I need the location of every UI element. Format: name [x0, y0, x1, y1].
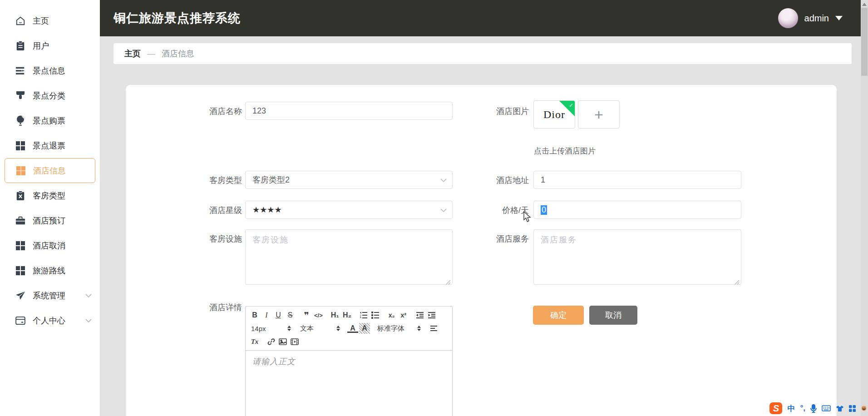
code-block-button[interactable]: </>	[313, 310, 324, 321]
hotel-star-select[interactable]: ★★★★	[245, 201, 453, 219]
room-facilities-label: 客房设施	[165, 233, 242, 244]
indent-button[interactable]	[426, 310, 437, 321]
strikethrough-button[interactable]: S	[285, 310, 296, 321]
ordered-list-button[interactable]	[358, 310, 369, 321]
heading2-button[interactable]: H₂	[341, 310, 353, 321]
main-content: 主页 — 酒店信息 酒店名称 酒店图片 Dior ✓ + 点击上传酒店图片 客房…	[100, 36, 861, 416]
ime-punctuation-toggle[interactable]: °,	[800, 404, 805, 413]
clear-format-button[interactable]: Tx	[249, 336, 260, 347]
font-family-picker[interactable]: 标准字体	[375, 323, 423, 334]
sidebar-item-ticket-refund[interactable]: 景点退票	[0, 133, 100, 158]
clipboard-icon	[15, 41, 25, 51]
sidebar-item-home[interactable]: 主页	[0, 8, 100, 33]
scroll-up-arrow-icon[interactable]	[861, 1, 868, 7]
bold-button[interactable]: B	[249, 310, 260, 321]
username: admin	[804, 13, 829, 24]
text-style-picker[interactable]: 文本	[298, 323, 342, 334]
stepper-arrows-icon	[336, 326, 340, 331]
sidebar-item-attraction-info[interactable]: 景点信息	[0, 58, 100, 83]
hotel-image-thumbnail[interactable]: Dior ✓	[533, 100, 575, 129]
room-type-label: 客房类型	[165, 175, 242, 186]
room-type-select[interactable]: 客房类型2	[245, 171, 453, 189]
sidebar-item-personal-center[interactable]: 个人中心	[0, 308, 100, 333]
avatar[interactable]	[778, 8, 798, 28]
sidebar-item-ticket-purchase[interactable]: 景点购票	[0, 108, 100, 133]
ime-language-toggle[interactable]: 中	[787, 403, 795, 414]
vertical-scrollbar[interactable]	[861, 0, 868, 416]
bullet-list-button[interactable]	[370, 310, 381, 321]
scrollbar-thumb[interactable]	[861, 8, 868, 76]
top-header: 铜仁旅游景点推荐系统 admin	[100, 0, 861, 36]
hotel-name-label: 酒店名称	[165, 106, 242, 117]
text-color-button[interactable]: A	[347, 323, 358, 334]
sidebar-item-label: 景点退票	[33, 140, 65, 151]
stepper-arrows-icon	[287, 326, 291, 331]
price-per-day-input[interactable]: 0	[533, 201, 741, 219]
hotel-service-textarea[interactable]	[533, 229, 741, 285]
link-button[interactable]	[266, 336, 276, 347]
breadcrumb-home-link[interactable]: 主页	[124, 48, 141, 59]
cancel-button[interactable]: 取消	[589, 306, 637, 325]
sidebar-item-attraction-category[interactable]: 景点分类	[0, 83, 100, 108]
hotel-star-label: 酒店星级	[165, 205, 242, 216]
skin-icon[interactable]	[836, 405, 844, 412]
room-type-value: 客房类型2	[252, 174, 290, 185]
sidebar-item-label: 旅游路线	[33, 265, 65, 276]
microphone-icon[interactable]	[810, 404, 817, 413]
sidebar-item-hotel-cancel[interactable]: 酒店取消	[0, 233, 100, 258]
sidebar-item-travel-route[interactable]: 旅游路线	[0, 258, 100, 283]
italic-button[interactable]: I	[261, 310, 272, 321]
keyboard-icon[interactable]	[822, 405, 831, 411]
sidebar-item-label: 酒店取消	[33, 240, 65, 251]
hotel-name-input[interactable]	[245, 102, 453, 120]
superscript-button[interactable]: x²	[398, 310, 409, 321]
sidebar-item-label: 个人中心	[33, 315, 65, 326]
chevron-down-icon	[440, 175, 447, 185]
sidebar-item-hotel-info[interactable]: 酒店信息	[5, 158, 95, 183]
hotel-service-label: 酒店服务	[452, 233, 529, 244]
align-button[interactable]	[428, 323, 439, 334]
sidebar-item-label: 景点信息	[33, 65, 65, 76]
chevron-down-icon	[85, 293, 92, 297]
grid-icon	[15, 241, 25, 251]
editor-content-area[interactable]: 请输入正文	[246, 351, 452, 416]
wallet-icon	[15, 316, 25, 326]
user-menu[interactable]: admin	[778, 8, 843, 28]
hotel-star-value: ★★★★	[252, 205, 282, 215]
confirm-button[interactable]: 确定	[533, 306, 584, 325]
underline-button[interactable]: U	[273, 310, 284, 321]
room-facilities-textarea[interactable]	[245, 229, 453, 285]
heading1-button[interactable]: H₁	[330, 310, 340, 321]
check-icon: ✓	[569, 102, 573, 109]
upload-image-button[interactable]: +	[578, 100, 620, 129]
outdent-button[interactable]	[414, 310, 425, 321]
font-size-picker[interactable]: 14px	[249, 323, 293, 334]
sidebar-item-label: 客房类型	[33, 190, 65, 201]
hotel-address-input[interactable]	[533, 171, 741, 189]
home-icon	[15, 16, 25, 26]
ime-more-icon[interactable]	[861, 404, 867, 412]
sidebar-item-label: 景点购票	[33, 115, 65, 126]
sogou-logo-icon[interactable]: S	[769, 402, 782, 414]
sidebar-item-label: 酒店信息	[33, 165, 66, 176]
background-color-button[interactable]: A	[359, 323, 370, 334]
hotel-address-label: 酒店地址	[452, 175, 529, 186]
sidebar-item-system-management[interactable]: 系统管理	[0, 283, 100, 308]
insert-image-button[interactable]	[277, 336, 288, 347]
chevron-down-icon	[440, 205, 447, 215]
breadcrumb-current: 酒店信息	[162, 48, 194, 59]
sidebar-item-label: 酒店预订	[33, 215, 65, 226]
breadcrumb-separator: —	[147, 49, 155, 59]
sidebar-item-users[interactable]: 用户	[0, 33, 100, 58]
toolbox-grid-icon[interactable]	[849, 405, 856, 412]
rich-text-editor: B I U S ❞ </> H₁ H₂	[245, 306, 453, 416]
grid-icon	[15, 266, 25, 276]
subscript-button[interactable]: x₂	[386, 310, 397, 321]
sidebar-item-room-type[interactable]: 客房类型	[0, 183, 100, 208]
breadcrumb: 主页 — 酒店信息	[113, 43, 852, 64]
chevron-down-icon	[85, 318, 92, 322]
sidebar-item-hotel-booking[interactable]: 酒店预订	[0, 208, 100, 233]
blockquote-button[interactable]: ❞	[301, 310, 312, 321]
insert-video-button[interactable]	[289, 336, 300, 347]
list-icon	[15, 66, 25, 76]
